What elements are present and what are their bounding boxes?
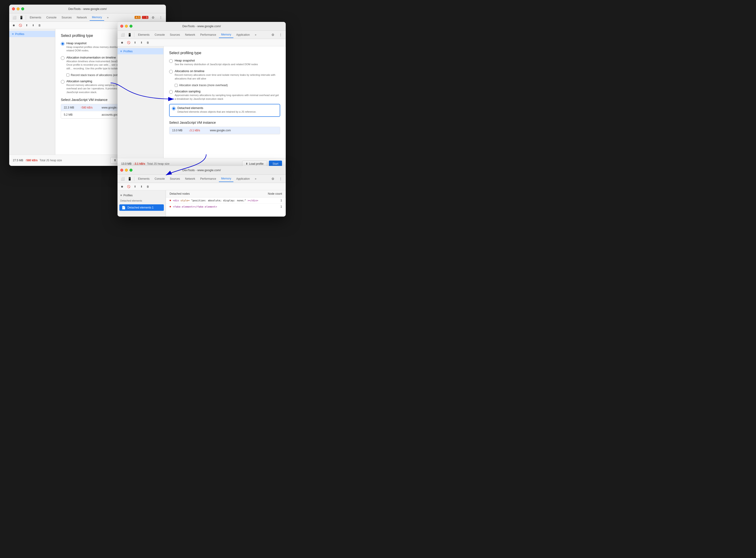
tab-network-1[interactable]: Network	[74, 14, 89, 21]
devtools-toolbar-3: ⬜ 📱 Elements Console Sources Network Per…	[118, 175, 286, 183]
maximize-button-1[interactable]	[21, 7, 24, 10]
upload-icon-2[interactable]: ⬆	[132, 40, 138, 45]
tab-network-3[interactable]: Network	[183, 176, 198, 182]
radio-heap-2[interactable]	[169, 59, 173, 63]
radio-alloc-timeline-1[interactable]	[61, 56, 65, 60]
devtools-toolbar-2: ⬜ 📱 Elements Console Sources Network Per…	[118, 31, 286, 39]
tab-sources-1[interactable]: Sources	[59, 14, 74, 21]
checkbox-label-2: Allocation stack traces (more overhead)	[179, 84, 228, 87]
devtools-body-2: ≡ Profiles Select profiling type Heap sn…	[118, 46, 286, 158]
radio-detached-label-2: Detached elements	[177, 106, 277, 110]
download-icon-2[interactable]: ⬇	[139, 40, 144, 45]
record-icon-3[interactable]: ⏺	[119, 184, 125, 189]
detached-section-label: Detached elements	[118, 198, 166, 204]
option-alloc-timeline-2: Allocations on timeline Record memory al…	[169, 69, 280, 80]
tab-more-2[interactable]: »	[253, 31, 259, 38]
maximize-button-2[interactable]	[129, 25, 132, 28]
device-icon[interactable]: 📱	[18, 14, 24, 21]
vm-section-title-2: Select JavaScript VM instance	[169, 121, 280, 124]
tab-console-2[interactable]: Console	[152, 31, 167, 38]
tab-application-3[interactable]: Application	[234, 176, 252, 182]
tab-sources-3[interactable]: Sources	[168, 176, 182, 182]
secondary-toolbar-2: ⏺ 🚫 ⬆ ⬇ 🗑	[118, 39, 286, 46]
result-count-1: 1	[263, 199, 282, 202]
vm-size-2-1: 13.0 MB	[172, 129, 186, 132]
footer-label-1: Total JS heap size	[40, 159, 62, 162]
tab-console-3[interactable]: Console	[152, 176, 167, 182]
tab-elements-2[interactable]: Elements	[136, 31, 152, 38]
sidebar-3: ≡ Profiles Detached elements 📄 Detached …	[118, 190, 166, 217]
collect-icon-2[interactable]: 🗑	[145, 40, 151, 45]
record-icon-2[interactable]: ⏺	[119, 40, 125, 45]
tab-elements-3[interactable]: Elements	[136, 176, 152, 182]
radio-heap-1[interactable]	[61, 42, 65, 46]
clear-icon-3[interactable]: 🚫	[126, 184, 131, 189]
result-bullet-2	[170, 206, 171, 207]
more-icon-2[interactable]: ⋮	[277, 31, 284, 38]
settings-icon-1[interactable]: ⚙	[150, 14, 156, 21]
tab-elements-1[interactable]: Elements	[27, 14, 44, 21]
download-icon-3[interactable]: ⬇	[139, 184, 144, 189]
tab-more-1[interactable]: »	[105, 14, 111, 21]
close-button-2[interactable]	[120, 25, 123, 28]
maximize-button-3[interactable]	[129, 169, 132, 172]
tab-console-1[interactable]: Console	[44, 14, 59, 21]
result-item-1[interactable]: <div style= "position: absolute; display…	[166, 198, 286, 204]
result-item-2[interactable]: <fake-element></fake-element> 1	[166, 204, 286, 210]
more-icon-1[interactable]: ⋮	[158, 14, 164, 21]
tab-performance-2[interactable]: Performance	[198, 31, 219, 38]
profile-item-icon: 📄	[122, 206, 126, 209]
vm-table-2: 13.0 MB ↓3.1 kB/s www.google.com	[169, 127, 280, 134]
radio-heap-label-2: Heap snapshot	[175, 59, 280, 62]
sidebar-item-profiles-3[interactable]: ≡ Profiles	[118, 192, 166, 198]
tab-memory-2[interactable]: Memory	[219, 31, 233, 38]
radio-alloc-sampling-2[interactable]	[169, 90, 173, 94]
tab-performance-3[interactable]: Performance	[198, 176, 219, 182]
devtools-window-3: DevTools - www.google.com/ ⬜ 📱 Elements …	[118, 166, 286, 217]
tab-application-2[interactable]: Application	[234, 31, 252, 38]
result-count-2: 1	[263, 205, 282, 208]
radio-detached-2[interactable]	[172, 107, 176, 110]
window-title-3: DevTools - www.google.com/	[182, 169, 221, 172]
footer-speed-1: ↑580 kB/s	[25, 159, 38, 162]
download-icon-1[interactable]: ⬇	[30, 23, 36, 28]
collect-icon-3[interactable]: 🗑	[145, 184, 151, 189]
device-icon-2[interactable]: 📱	[126, 31, 133, 38]
sidebar-2: ≡ Profiles	[118, 46, 163, 158]
upload-icon-3[interactable]: ⬆	[132, 184, 138, 189]
radio-alloc-sampling-1[interactable]	[61, 80, 65, 84]
sidebar-item-label-profiles-2: Profiles	[124, 50, 133, 53]
upload-icon-1[interactable]: ⬆	[24, 23, 29, 28]
sidebar-item-profiles-1[interactable]: ≡ Profiles	[9, 31, 55, 37]
more-icon-3[interactable]: ⋮	[277, 176, 284, 182]
tab-more-3[interactable]: »	[253, 176, 259, 182]
collect-icon-1[interactable]: 🗑	[37, 23, 43, 28]
close-button-1[interactable]	[12, 7, 15, 10]
settings-icon-2[interactable]: ⚙	[270, 31, 276, 38]
tab-sources-2[interactable]: Sources	[168, 31, 182, 38]
inspect-icon[interactable]: ⬜	[11, 14, 18, 21]
footer-stats-2: 13.0 MB ↓3.1 kB/s Total JS heap size	[121, 162, 169, 166]
minimize-button-3[interactable]	[125, 169, 128, 172]
minimize-button-2[interactable]	[125, 25, 128, 28]
record-icon-1[interactable]: ⏺	[11, 23, 17, 28]
profile-item-detached-1[interactable]: 📄 Detached elements 1	[119, 204, 164, 211]
radio-alloc-timeline-2[interactable]	[169, 70, 173, 74]
tab-memory-3[interactable]: Memory	[219, 176, 233, 182]
checkbox-stack-traces-2[interactable]	[175, 84, 178, 87]
sidebar-item-profiles-2[interactable]: ≡ Profiles	[118, 48, 163, 54]
footer-label-2: Total JS heap size	[147, 162, 169, 166]
device-icon-3[interactable]: 📱	[126, 176, 133, 182]
close-button-3[interactable]	[120, 169, 123, 172]
option-heap-2: Heap snapshot See the memory distributio…	[169, 59, 280, 66]
clear-icon-2[interactable]: 🚫	[126, 40, 131, 45]
checkbox-stack-traces-1[interactable]	[66, 74, 69, 76]
minimize-button-1[interactable]	[17, 7, 20, 10]
clear-icon-1[interactable]: 🚫	[18, 23, 23, 28]
inspect-icon-2[interactable]: ⬜	[119, 31, 126, 38]
settings-icon-3[interactable]: ⚙	[270, 176, 276, 182]
tab-memory-1[interactable]: Memory	[90, 14, 104, 21]
vm-row-2-1[interactable]: 13.0 MB ↓3.1 kB/s www.google.com	[169, 127, 280, 134]
tab-network-2[interactable]: Network	[183, 31, 198, 38]
inspect-icon-3[interactable]: ⬜	[119, 176, 126, 182]
